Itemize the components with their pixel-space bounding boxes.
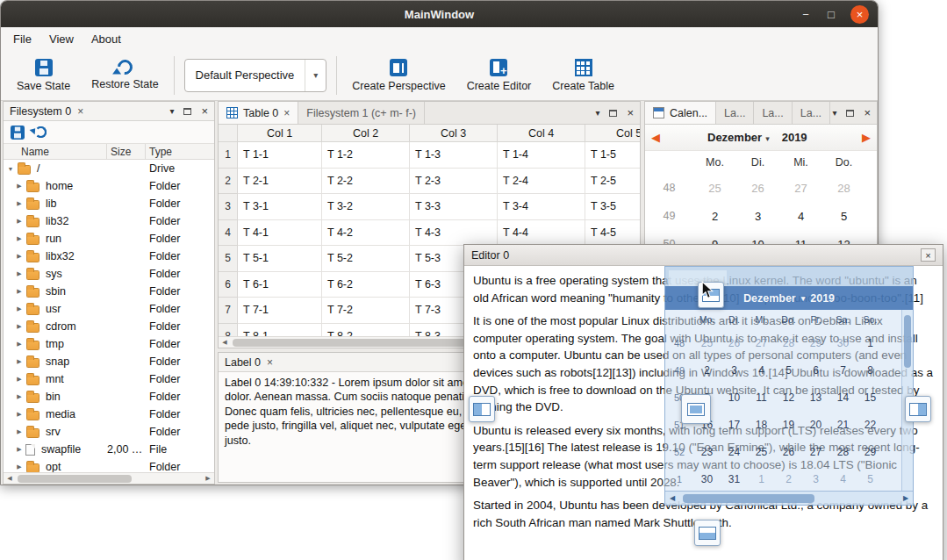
row-header[interactable]: 6 xyxy=(219,272,238,298)
row-header[interactable]: 3 xyxy=(219,194,238,220)
table-cell[interactable]: T 1-1 xyxy=(238,142,322,169)
calendar-day[interactable]: 5 xyxy=(822,210,865,223)
table-cell[interactable]: T 4-2 xyxy=(322,220,410,247)
calendar-day[interactable]: 22 xyxy=(857,419,884,431)
calendar-day[interactable]: 4 xyxy=(748,364,775,377)
expander-collapsed-icon[interactable]: ▶ xyxy=(15,393,24,400)
tree-row[interactable]: ▶cdromFolder xyxy=(4,318,214,335)
calendar-day[interactable]: 7 xyxy=(829,364,857,377)
calendar-day[interactable]: 2 xyxy=(693,364,721,377)
calendar-day[interactable]: 6 xyxy=(802,364,829,377)
calendar-day[interactable]: 30 xyxy=(693,473,721,485)
calendar-day[interactable]: 2 xyxy=(775,473,802,485)
table-cell[interactable]: T 3-4 xyxy=(498,194,585,220)
next-month-icon[interactable]: ▶ xyxy=(862,131,871,144)
fs-column-header[interactable]: Type xyxy=(146,144,214,159)
dock-close-icon[interactable]: × xyxy=(627,106,634,119)
drop-indicator-center[interactable] xyxy=(681,394,711,424)
expander-expanded-icon[interactable]: ▼ xyxy=(6,166,15,172)
tree-row[interactable]: ▶homeFolder xyxy=(4,177,214,195)
titlebar[interactable]: MainWindow − □ × xyxy=(1,1,878,27)
dock-close-icon[interactable]: × xyxy=(201,104,208,118)
calendar-day[interactable]: 27 xyxy=(802,446,829,458)
calendar-day[interactable]: 3 xyxy=(802,473,829,485)
expander-collapsed-icon[interactable]: ▶ xyxy=(15,183,24,190)
dock-title-close-icon[interactable]: × xyxy=(267,356,273,369)
calendar-day[interactable]: 25 xyxy=(748,446,775,458)
calendar-day[interactable]: 27 xyxy=(748,337,775,349)
table-cell[interactable]: T 4-1 xyxy=(238,220,322,247)
tree-row[interactable]: ▼/Drive xyxy=(4,160,214,177)
expander-collapsed-icon[interactable]: ▶ xyxy=(15,358,24,365)
tree-row[interactable]: ▶swapfile2,00 …File xyxy=(4,441,214,458)
calendar-day[interactable]: 1 xyxy=(857,337,884,349)
expander-collapsed-icon[interactable]: ▶ xyxy=(15,288,24,295)
scroll-right-icon[interactable]: ▶ xyxy=(202,475,214,482)
row-header[interactable]: 5 xyxy=(219,246,238,272)
calendar-day[interactable]: 26 xyxy=(775,446,802,458)
expander-collapsed-icon[interactable]: ▶ xyxy=(15,463,24,470)
tree-row[interactable]: ▶lib32Folder xyxy=(4,212,214,230)
calendar-day[interactable]: 29 xyxy=(857,446,884,458)
perspective-combobox[interactable]: Default Perspective ▾ xyxy=(184,59,327,92)
table-cell[interactable]: T 4-4 xyxy=(498,220,585,247)
calendar-day[interactable]: 18 xyxy=(748,419,775,431)
drop-indicator-right[interactable] xyxy=(905,396,931,422)
table-cell[interactable]: T 1-3 xyxy=(410,142,498,169)
tree-row[interactable]: ▶binFolder xyxy=(4,388,214,406)
calendar-day[interactable]: 10 xyxy=(721,391,748,404)
column-header[interactable]: Col 4 xyxy=(498,125,585,141)
calendar-day[interactable]: 11 xyxy=(748,391,775,404)
row-header[interactable]: 1 xyxy=(219,142,238,169)
calendar-day[interactable]: 29 xyxy=(802,337,829,349)
row-header[interactable]: 8 xyxy=(219,324,238,337)
table-cell[interactable]: T 2-5 xyxy=(585,169,640,195)
fs-column-header[interactable]: Size xyxy=(107,144,146,159)
drop-indicator-bottom[interactable] xyxy=(694,520,721,546)
calendar-day[interactable]: 6 xyxy=(865,210,878,223)
calendar-day[interactable]: 26 xyxy=(736,182,779,195)
calendar-day[interactable]: 17 xyxy=(721,419,748,431)
prev-month-icon[interactable]: ◀ xyxy=(651,131,660,144)
expander-collapsed-icon[interactable]: ▶ xyxy=(15,270,24,277)
expander-collapsed-icon[interactable]: ▶ xyxy=(15,200,24,207)
calendar-day[interactable]: 1 xyxy=(748,473,775,485)
table-cell[interactable]: T 1-2 xyxy=(322,142,410,169)
calendar-day[interactable]: 12 xyxy=(775,391,802,404)
save-state-button[interactable]: Save State xyxy=(6,52,81,99)
calendar-day[interactable]: 5 xyxy=(857,473,884,485)
calendar-day[interactable]: 13 xyxy=(802,391,829,404)
create-perspective-button[interactable]: Create Perspective xyxy=(341,52,456,99)
tab-filesystem-1[interactable]: Filesystem 1 (c+ m- f-) xyxy=(298,102,425,124)
calendar-day[interactable]: 28 xyxy=(775,337,802,349)
fs-column-header[interactable]: Name xyxy=(4,144,107,159)
row-header[interactable]: 4 xyxy=(219,220,238,247)
tree-row[interactable]: ▶srvFolder xyxy=(4,423,214,441)
tab-calendar[interactable]: Calen... xyxy=(645,102,716,124)
calendar-day[interactable]: 27 xyxy=(779,182,822,195)
calendar-day[interactable]: 14 xyxy=(829,391,857,404)
calendar-day[interactable]: 26 xyxy=(721,337,748,349)
dock-title-close-icon[interactable]: × xyxy=(77,105,83,118)
create-table-button[interactable]: Create Table xyxy=(542,52,625,99)
horizontal-scrollbar[interactable]: ◀ ▶ xyxy=(4,472,214,484)
expander-collapsed-icon[interactable]: ▶ xyxy=(15,235,24,242)
table-cell[interactable]: T 3-3 xyxy=(410,194,498,220)
tree-row[interactable]: ▶sysFolder xyxy=(4,265,214,283)
calendar-day[interactable]: 31 xyxy=(721,473,748,485)
tree-row[interactable]: ▶optFolder xyxy=(4,458,214,472)
calendar-day[interactable]: 2 xyxy=(693,210,736,223)
drop-indicator-top[interactable] xyxy=(698,282,724,308)
calendar-day[interactable]: 8 xyxy=(857,364,884,377)
dock-menu-icon[interactable]: ▾ xyxy=(832,108,836,118)
expander-collapsed-icon[interactable]: ▶ xyxy=(15,218,24,225)
scroll-left-icon[interactable]: ◀ xyxy=(4,475,16,482)
tree-row[interactable]: ▶snapFolder xyxy=(4,353,214,370)
save-icon[interactable] xyxy=(11,126,25,140)
expander-collapsed-icon[interactable]: ▶ xyxy=(15,253,24,260)
table-cell[interactable]: T 6-2 xyxy=(322,272,410,298)
tree-row[interactable]: ▶sbinFolder xyxy=(4,283,214,300)
dock-float-icon[interactable] xyxy=(846,110,854,117)
calendar-day[interactable]: 15 xyxy=(857,391,884,404)
table-cell[interactable]: T 8-1 xyxy=(238,324,322,337)
